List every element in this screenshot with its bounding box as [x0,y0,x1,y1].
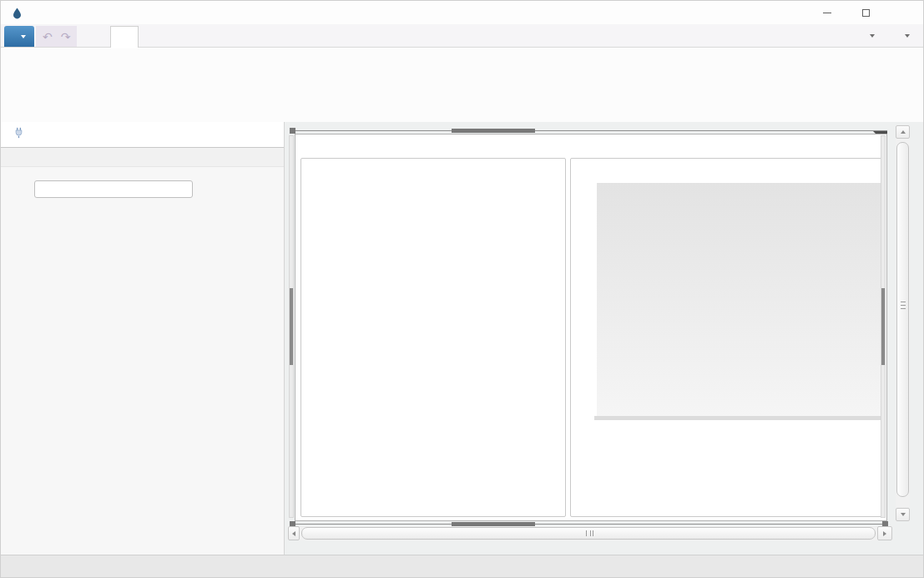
scroll-thumb[interactable] [290,288,293,365]
x-axis-baseline [594,416,881,420]
redo-icon[interactable]: ↷ [61,31,71,43]
scroll-thumb[interactable] [301,527,876,540]
plug-icon [13,126,25,143]
scroll-left-button[interactable] [288,526,300,540]
scroll-down-button[interactable] [896,508,910,521]
plugin-form [300,158,566,517]
sidebar-plugin-panel [1,122,285,555]
scroll-grip-icon [901,302,906,309]
title-bar [1,1,923,24]
maximize-button[interactable] [846,1,885,24]
scroll-right-button[interactable] [877,526,892,540]
sidebar-header [1,122,284,147]
chart-plot [597,183,881,416]
body [1,122,923,555]
minimize-icon [823,13,831,13]
plugin-title-input[interactable] [34,180,193,198]
horizontal-scrollbar[interactable] [288,526,892,540]
close-button[interactable] [885,1,923,24]
properties-header [1,147,284,167]
chevron-down-icon [21,35,26,38]
chevron-down-icon [905,34,910,38]
inner-scrollbar-left[interactable] [289,135,294,518]
status-bar [1,555,923,578]
ribbon [1,48,923,122]
selection-bottom-line [291,524,887,525]
app-window: ↶ ↷ [0,0,924,578]
chevron-down-icon [901,513,906,516]
undo-redo-group: ↶ ↷ [36,26,77,47]
chevron-right-icon [883,531,886,536]
tab-glavnaya[interactable] [80,26,107,47]
scroll-thumb[interactable] [896,142,909,497]
selection-handle[interactable] [290,128,295,134]
service-menu[interactable] [863,34,875,38]
scroll-grip-icon [586,530,593,536]
help-menu[interactable] [898,34,910,38]
app-drop-icon [11,7,23,19]
chevron-left-icon [292,531,295,536]
undo-icon[interactable]: ↶ [43,31,53,43]
scroll-thumb[interactable] [881,288,885,365]
chevron-down-icon [870,34,875,38]
chevron-up-icon [901,130,906,134]
scroll-up-button[interactable] [896,125,910,139]
maximize-icon [862,9,870,17]
selection-top-line [291,130,887,131]
menu-row: ↶ ↷ [1,24,923,48]
document-menu-button[interactable] [4,26,34,47]
vertical-scrollbar[interactable] [896,125,910,521]
main-area [285,122,923,555]
plugin-block-title [295,134,886,144]
selection-handle[interactable] [452,129,535,133]
chart-card [570,158,883,517]
y-axis [571,183,594,416]
minimize-button[interactable] [808,1,846,24]
tab-vstavka[interactable] [110,26,139,48]
plugin-block[interactable] [295,134,887,521]
inner-scrollbar-right[interactable] [881,135,886,518]
